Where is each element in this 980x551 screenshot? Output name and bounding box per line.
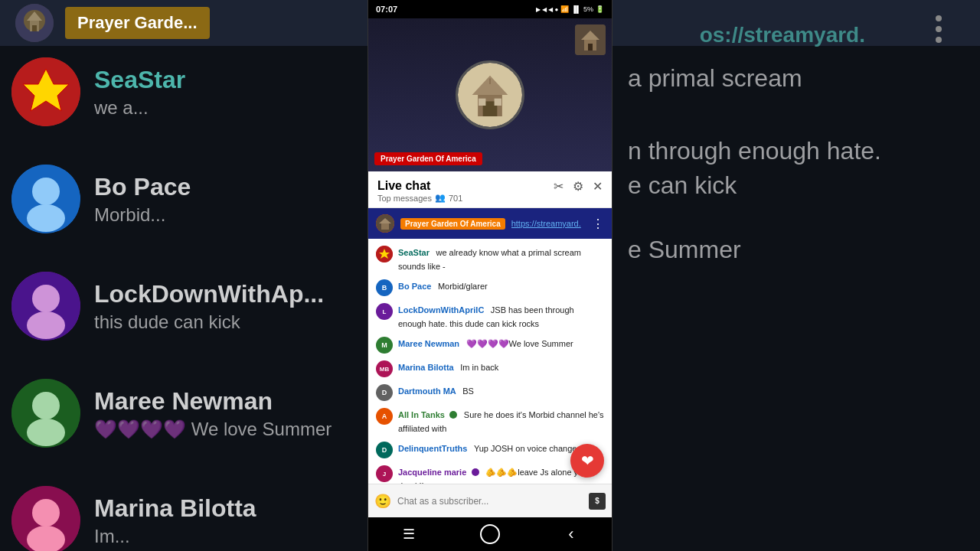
svg-point-16	[27, 419, 65, 446]
svg-rect-31	[588, 44, 593, 51]
scissors-icon[interactable]: ✂	[554, 179, 564, 194]
bg-channel-avatar	[15, 4, 54, 42]
chat-subtitle-text: Top messages	[377, 194, 432, 203]
bg-person-text: LockDownWithAp... this dude can kick	[94, 280, 324, 333]
chat-header-icons: ✂ ⚙ ✕	[554, 179, 603, 194]
chat-header: Live chat Top messages 👥 701 ✂ ⚙ ✕	[368, 171, 612, 208]
menu-button[interactable]: ☰	[394, 519, 424, 549]
channel-badge: Prayer Garden Of America	[374, 152, 482, 165]
battery-indicator: 5%	[583, 5, 593, 13]
bg-person-text: Maree Newman 💜💜💜💜 We love Summer	[94, 387, 332, 440]
chat-message-dartmouth: D Dartmouth MA BS	[368, 380, 612, 404]
msg-username: Dartmouth MA	[398, 386, 456, 396]
msg-text: Yup JOSH on voice changer	[474, 444, 580, 453]
svg-rect-5	[34, 14, 35, 18]
msg-avatar: B	[376, 279, 393, 296]
more-options-icon[interactable]: ⋮	[587, 217, 604, 231]
bg-right-text: a primal scream	[628, 61, 965, 96]
chat-input-bar: 🙂 $	[368, 484, 612, 517]
bg-right-column: a primal scream n through enough hate. e…	[612, 38, 980, 551]
subscriber-badge: $	[589, 493, 606, 510]
chat-title: Live chat	[377, 179, 462, 193]
msg-text: BS	[462, 386, 474, 396]
msg-text: 💜💜💜💜We love Summer	[466, 339, 573, 348]
notification-icons: ▶ ◀ ◀ ●	[536, 6, 559, 13]
msg-username: SeaStar	[398, 248, 430, 257]
home-button[interactable]	[475, 519, 505, 549]
emoji-button[interactable]: 🙂	[374, 493, 391, 510]
status-icons: ▶ ◀ ◀ ● 📶 ▐▌ 5% 🔋	[536, 5, 604, 13]
msg-content: All In Tanks Sure he does it's Morbid ch…	[398, 407, 604, 435]
bg-dots-menu	[936, 15, 942, 43]
status-time: 07:07	[376, 5, 397, 14]
bg-right-text: n through enough hate.	[628, 134, 965, 168]
svg-point-13	[27, 311, 65, 339]
bg-person-name: LockDownWithAp...	[94, 280, 324, 308]
bottom-nav: ☰ ‹	[368, 517, 612, 551]
bg-person-avatar	[11, 272, 80, 341]
msg-username: LockDownWithAprilC	[398, 305, 484, 315]
chat-messages-list[interactable]: SeaStar we already know what a primal sc…	[368, 239, 612, 484]
heart-reaction-button[interactable]: ❤	[570, 444, 604, 478]
highlighted-link[interactable]: https://streamyard.	[511, 219, 581, 228]
bg-person-row: Maree Newman 💜💜💜💜 We love Summer	[0, 360, 368, 467]
svg-rect-27	[495, 99, 501, 106]
bg-person-name: Bo Pace	[94, 173, 191, 201]
verified-badge	[472, 468, 479, 476]
msg-avatar: M	[376, 337, 393, 354]
msg-avatar: D	[376, 442, 393, 458]
svg-rect-24	[488, 84, 492, 94]
highlighted-message-inner: Prayer Garden Of America https://streamy…	[376, 214, 587, 233]
phone-content: Prayer Garden Of America Live chat Top m…	[368, 18, 612, 517]
chat-input[interactable]	[397, 496, 583, 507]
bg-person-row: Bo Pace Morbid...	[0, 145, 368, 253]
bg-person-msg: this dude can kick	[94, 311, 324, 333]
bg-streamyard-url: os://streamyard.	[700, 23, 865, 47]
back-icon: ‹	[568, 524, 573, 544]
svg-rect-33	[381, 223, 389, 230]
menu-icon: ☰	[403, 526, 415, 543]
svg-rect-26	[479, 99, 485, 106]
msg-content: Bo Pace Morbid/glarer	[398, 279, 604, 292]
bg-person-avatar	[11, 165, 80, 233]
svg-point-18	[32, 499, 60, 527]
msg-content: LockDownWithAprilC JSB has been through …	[398, 302, 604, 330]
svg-point-15	[32, 392, 60, 419]
chat-message-seastar: SeaStar we already know what a primal sc…	[368, 242, 612, 276]
msg-text: Im in back	[460, 363, 498, 372]
msg-username: Marina Bilotta	[398, 363, 454, 372]
chat-message-lockdown: L LockDownWithAprilC JSB has been throug…	[368, 299, 612, 333]
highlighted-avatar	[376, 214, 394, 233]
chat-message-allintanks: A All In Tanks Sure he does it's Morbid …	[368, 404, 612, 438]
signal-bars: ▐▌	[571, 5, 581, 13]
viewer-count: 701	[449, 194, 462, 203]
bg-channel-name: Prayer Garde...	[65, 7, 210, 39]
close-icon[interactable]: ✕	[593, 179, 603, 194]
filter-icon[interactable]: ⚙	[573, 179, 583, 194]
msg-avatar: D	[376, 384, 393, 401]
msg-text: Morbid/glarer	[438, 282, 488, 291]
status-bar: 07:07 ▶ ◀ ◀ ● 📶 ▐▌ 5% 🔋	[368, 0, 612, 18]
home-icon	[480, 524, 500, 544]
back-button[interactable]: ‹	[556, 519, 586, 549]
svg-point-10	[27, 204, 65, 232]
msg-avatar	[376, 246, 393, 262]
viewer-icon: 👥	[435, 193, 446, 203]
msg-username: DelinquentTruths	[398, 444, 467, 453]
phone-frame: 07:07 ▶ ◀ ◀ ● 📶 ▐▌ 5% 🔋	[368, 0, 612, 551]
chat-message-maree: M Maree Newman 💜💜💜💜We love Summer	[368, 333, 612, 357]
highlighted-message: Prayer Garden Of America https://streamy…	[368, 208, 612, 239]
msg-avatar: L	[376, 303, 393, 320]
bg-person-msg: we a...	[94, 97, 185, 119]
bg-dot	[936, 15, 942, 21]
wifi-icon: 📶	[560, 5, 569, 13]
chat-subtitle: Top messages 👥 701	[377, 193, 462, 203]
msg-content: Dartmouth MA BS	[398, 383, 604, 397]
bg-person-row: LockDownWithAp... this dude can kick	[0, 253, 368, 360]
chat-header-left: Live chat Top messages 👥 701	[377, 179, 462, 203]
bg-person-avatar	[11, 379, 80, 448]
bg-person-avatar	[11, 486, 80, 551]
bg-person-name: Maree Newman	[94, 387, 332, 416]
highlighted-channel-name: Prayer Garden Of America	[400, 218, 505, 230]
bg-person-text: Bo Pace Morbid...	[94, 173, 191, 226]
